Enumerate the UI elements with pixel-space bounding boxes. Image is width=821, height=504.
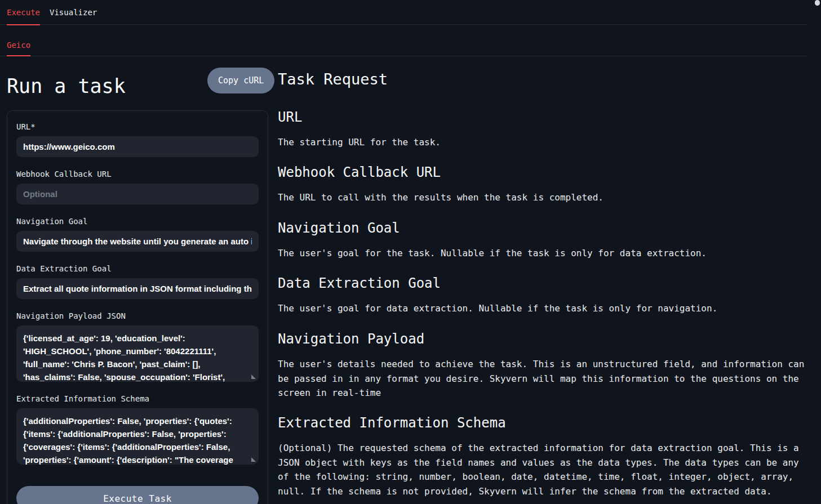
scrollbar-thumb[interactable] (815, 0, 820, 6)
resize-handle-icon[interactable] (251, 374, 256, 379)
data-extraction-goal-label: Data Extraction Goal (16, 264, 259, 274)
execute-task-button[interactable]: Execute Task (16, 486, 259, 504)
main-tab-bar: Execute Visualizer (0, 0, 807, 25)
data-extraction-goal-input[interactable] (16, 278, 259, 299)
navigation-goal-input[interactable] (16, 231, 259, 252)
section-navigation-goal-body: The user's goal for the task. Nullable i… (278, 246, 810, 261)
section-data-extraction-goal: Data Extraction Goal The user's goal for… (278, 274, 810, 316)
section-url-heading: URL (278, 108, 810, 126)
section-extracted-schema-body: (Optional) The requested schema of the e… (278, 441, 810, 498)
navigation-payload-label: Navigation Payload JSON (16, 311, 259, 321)
url-label: URL* (16, 122, 259, 132)
field-data-extraction-goal: Data Extraction Goal (16, 264, 259, 299)
task-request-panel: Task Request URL The starting URL for th… (278, 68, 812, 504)
navigation-goal-label: Navigation Goal (16, 217, 259, 226)
webhook-input[interactable] (16, 184, 259, 204)
tab-visualizer[interactable]: Visualizer (50, 0, 97, 25)
copy-curl-button[interactable]: Copy cURL (207, 68, 274, 93)
page-title: Run a task (7, 75, 126, 97)
subtab-geico[interactable]: Geico (7, 41, 30, 56)
extracted-schema-label: Extracted Information Schema (16, 394, 259, 404)
sub-tab-bar: Geico (0, 25, 807, 56)
section-navigation-goal-heading: Navigation Goal (278, 219, 810, 237)
section-navigation-payload: Navigation Payload The user's details ne… (278, 330, 810, 400)
section-navigation-goal: Navigation Goal The user's goal for the … (278, 219, 810, 261)
field-url: URL* (16, 122, 259, 157)
task-request-title: Task Request (278, 70, 812, 89)
resize-handle-icon[interactable] (251, 457, 256, 462)
field-extracted-schema: Extracted Information Schema {'additiona… (16, 394, 259, 465)
url-input[interactable] (16, 136, 259, 157)
extracted-schema-textarea[interactable]: {'additionalProperties': False, 'propert… (16, 408, 259, 465)
section-data-extraction-goal-body: The user's goal for data extraction. Nul… (278, 301, 810, 316)
section-extracted-schema: Extracted Information Schema (Optional) … (278, 414, 810, 498)
task-form-card: URL* Webhook Callback URL Navigation Goa… (7, 110, 268, 504)
app-root: Execute Visualizer Geico Run a task Copy… (0, 0, 821, 504)
webhook-label: Webhook Callback URL (16, 170, 259, 179)
section-url: URL The starting URL for the task. (278, 108, 810, 150)
field-navigation-goal: Navigation Goal (16, 217, 259, 252)
field-webhook: Webhook Callback URL (16, 170, 259, 204)
section-webhook: Webhook Callback URL The URL to call wit… (278, 163, 810, 205)
tab-execute[interactable]: Execute (7, 0, 40, 25)
section-extracted-schema-heading: Extracted Information Schema (278, 414, 810, 432)
field-navigation-payload: Navigation Payload JSON {'licensed_at_ag… (16, 311, 259, 382)
section-webhook-body: The URL to call with the results when th… (278, 190, 810, 205)
section-navigation-payload-body: The user's details needed to achieve the… (278, 357, 810, 400)
navigation-payload-textarea[interactable]: {'licensed_at_age': 19, 'education_level… (16, 325, 259, 382)
section-data-extraction-goal-heading: Data Extraction Goal (278, 274, 810, 292)
section-url-body: The starting URL for the task. (278, 135, 810, 150)
section-webhook-heading: Webhook Callback URL (278, 163, 810, 181)
section-navigation-payload-heading: Navigation Payload (278, 330, 810, 348)
